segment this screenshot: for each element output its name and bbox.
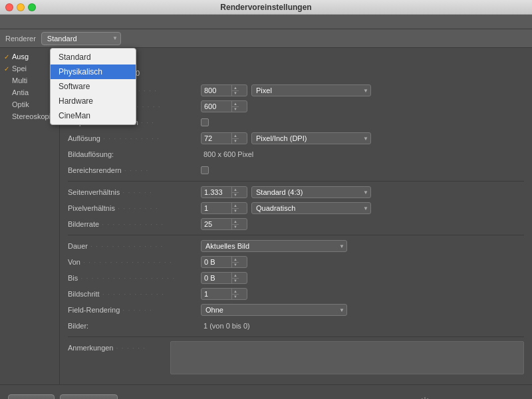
breite-value[interactable] xyxy=(201,86,231,94)
pixel-unit-select[interactable]: Pixel xyxy=(251,84,371,96)
breite-up[interactable]: ▲ xyxy=(232,85,239,91)
pixelverhaeltnis-value[interactable] xyxy=(201,204,231,212)
anmerkungen-textarea[interactable] xyxy=(170,341,524,374)
seitenverhaeltnis-spinner[interactable]: ▲ ▼ xyxy=(231,187,239,198)
anmerkungen-row: Anmerkungen · · · · · · xyxy=(68,341,524,374)
aufloesung-spinner[interactable]: ▲ ▼ xyxy=(231,133,239,144)
fieldrendering-row: Field-Rendering · · · · · · Ohne ▼ xyxy=(68,303,524,317)
hoehe-up[interactable]: ▲ xyxy=(232,101,239,107)
multi-pass-button[interactable]: Multi-Pass... xyxy=(60,394,118,400)
bildschritt-input[interactable]: ▲ ▼ xyxy=(201,288,247,300)
effekte-button[interactable]: Effekte... xyxy=(8,394,55,400)
maximize-button[interactable] xyxy=(28,3,36,11)
bereichsrendern-label: Bereichsrendern · · · · · xyxy=(68,166,201,174)
sidebar-item-speicher-label: Spei xyxy=(12,65,27,72)
bilderrate-up[interactable]: ▲ xyxy=(232,219,239,225)
separator3 xyxy=(68,336,524,337)
dropdown-arrow-icon: ▼ xyxy=(112,35,118,41)
aspect-unit-select[interactable]: Standard (4:3) xyxy=(251,186,371,198)
aufloesung-input[interactable]: ▲ ▼ xyxy=(201,132,247,144)
aspect-unit-wrap: Standard (4:3) ▼ xyxy=(251,186,371,198)
breite-input[interactable]: ▲ ▼ xyxy=(201,84,247,96)
separator2 xyxy=(68,235,524,235)
bilderrate-down[interactable]: ▼ xyxy=(232,225,239,230)
bilderrate-spinner[interactable]: ▲ ▼ xyxy=(231,219,239,229)
seitenverhaeltnis-up[interactable]: ▲ xyxy=(232,187,239,193)
bildaufloesung-row: Bildauflösung: 532 x 399 Pixel xyxy=(68,148,524,161)
close-button[interactable] xyxy=(5,3,13,11)
seitenverhaeltnis-down[interactable]: ▼ xyxy=(232,193,239,198)
seitenverhaeltnis-input[interactable]: ▲ ▼ xyxy=(201,186,247,198)
dropdown-item-standard[interactable]: Standard xyxy=(51,50,136,65)
renderer-dropdown[interactable]: Standard ▼ xyxy=(41,32,121,45)
fieldrendering-select[interactable]: Ohne xyxy=(201,304,347,316)
bereichsrendern-checkbox[interactable] xyxy=(201,166,209,174)
hoehe-input[interactable]: ▲ ▼ xyxy=(201,100,247,112)
pixelverhaeltnis-down[interactable]: ▼ xyxy=(232,209,239,214)
traffic-lights xyxy=(5,3,36,11)
bilderrate-input[interactable]: ▲ ▼ xyxy=(201,218,247,230)
von-down[interactable]: ▼ xyxy=(232,263,239,268)
dropdown-item-cineman[interactable]: CineMan xyxy=(51,108,136,123)
bis-up[interactable]: ▲ xyxy=(232,273,239,279)
separator1 xyxy=(68,181,524,182)
hoehe-spinner[interactable]: ▲ ▼ xyxy=(231,101,239,112)
dropdown-item-hardware[interactable]: Hardware xyxy=(51,94,136,108)
seitenverhaeltnis-value[interactable] xyxy=(201,188,231,196)
dauer-select-wrap: Aktuelles Bild ▼ xyxy=(201,240,347,252)
proportionen-checkbox[interactable] xyxy=(201,118,209,126)
gear-button[interactable] xyxy=(418,395,432,400)
pixelverhaeltnis-spinner[interactable]: ▲ ▼ xyxy=(231,203,239,213)
aufloesung-up[interactable]: ▲ xyxy=(232,133,239,139)
von-up[interactable]: ▲ xyxy=(232,257,239,263)
bis-input[interactable]: ▲ ▼ xyxy=(201,272,247,284)
von-row: Von · · · · · · · · · · · · · · · · · ▲ … xyxy=(68,255,524,269)
dauer-select[interactable]: Aktuelles Bild xyxy=(201,240,347,252)
hoehe-value[interactable] xyxy=(201,102,231,110)
aufloesung-unit-wrap: Pixel/Inch (DPI) ▼ xyxy=(251,132,371,144)
pixel-aspect-select[interactable]: Quadratisch xyxy=(251,202,371,214)
von-label: Von · · · · · · · · · · · · · · · · · xyxy=(68,258,201,266)
dauer-label: Dauer · · · · · · · · · · · · · · xyxy=(68,242,201,250)
bildschritt-spinner[interactable]: ▲ ▼ xyxy=(231,289,239,299)
seitenverhaeltnis-label: Seitenverhältnis · · · · · · xyxy=(68,188,201,196)
pixelverhaeltnis-up[interactable]: ▲ xyxy=(232,203,239,209)
bilder-row: Bilder: 1 (von 0 bis 0) xyxy=(68,319,524,332)
window-title: Rendervoreinstellungen xyxy=(220,3,311,12)
von-input[interactable]: ▲ ▼ xyxy=(201,256,247,268)
pixelverhaeltnis-label: Pixelverhältnis · · · · · · · · xyxy=(68,204,201,212)
pixel-aspect-wrap: Quadratisch ▼ xyxy=(251,202,371,214)
bilder-label: Bilder: xyxy=(68,322,201,330)
aufloesung-value[interactable] xyxy=(201,134,231,142)
bilderrate-value[interactable] xyxy=(201,220,231,228)
bis-label: Bis · · · · · · · · · · · · · · · · · · xyxy=(68,274,201,282)
bildschritt-row: Bildschritt · · · · · · · · · · · · ▲ ▼ xyxy=(68,287,524,301)
seitenverhaeltnis-row: Seitenverhältnis · · · · · · ▲ ▼ Standar… xyxy=(68,186,524,199)
breite-spinner[interactable]: ▲ ▼ xyxy=(231,85,239,96)
fieldrendering-label: Field-Rendering · · · · · · xyxy=(68,306,201,314)
dpi-unit-select[interactable]: Pixel/Inch (DPI) xyxy=(251,132,371,144)
breite-down[interactable]: ▼ xyxy=(232,91,239,96)
pixelverhaeltnis-input[interactable]: ▲ ▼ xyxy=(201,202,247,214)
bis-down[interactable]: ▼ xyxy=(232,279,239,284)
sidebar-item-multi-label: Multi xyxy=(12,76,27,84)
sidebar-item-ausgabe-label: Ausg xyxy=(12,53,29,61)
bildschritt-up[interactable]: ▲ xyxy=(232,289,239,295)
aufloesung-row: Auflösung · · · · · · · · · · · ▲ ▼ Pixe… xyxy=(68,132,524,145)
dropdown-item-physikalisch[interactable]: Physikalisch xyxy=(51,65,136,79)
bildschritt-value[interactable] xyxy=(201,290,231,298)
dropdown-item-software[interactable]: Software xyxy=(51,79,136,94)
minimize-button[interactable] xyxy=(17,3,25,11)
hoehe-down[interactable]: ▼ xyxy=(232,107,239,112)
bis-spinner[interactable]: ▲ ▼ xyxy=(231,273,239,283)
bildschritt-label: Bildschritt · · · · · · · · · · · · xyxy=(68,290,201,298)
check-icon: ✓ xyxy=(4,65,11,72)
renderer-bar: Renderer Standard ▼ xyxy=(0,29,532,48)
bis-value[interactable] xyxy=(201,274,231,282)
aufloesung-down[interactable]: ▼ xyxy=(232,139,239,144)
bildschritt-down[interactable]: ▼ xyxy=(232,295,239,300)
aufloesung-label: Auflösung · · · · · · · · · · · xyxy=(68,134,201,142)
von-spinner[interactable]: ▲ ▼ xyxy=(231,257,239,267)
sidebar-item-anti-label: Antia xyxy=(12,88,29,96)
von-value[interactable] xyxy=(201,258,231,266)
